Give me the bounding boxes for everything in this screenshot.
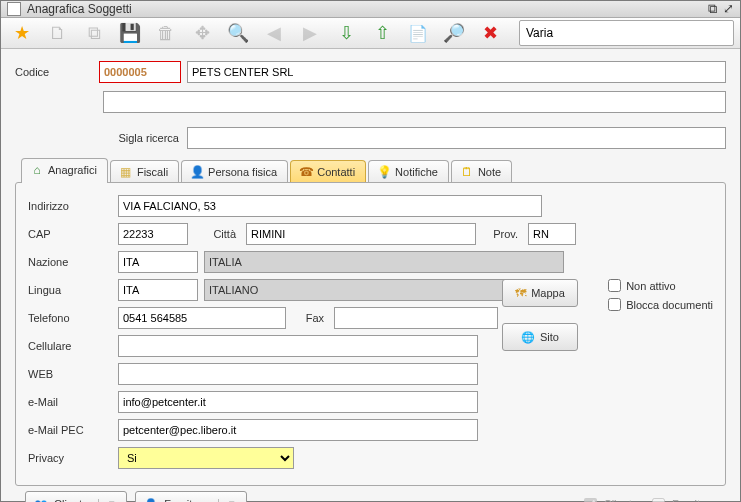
new-button: 🗋: [43, 18, 73, 48]
privacy-select[interactable]: Si: [118, 447, 294, 469]
fornitore-flag-label: Fornitore: [672, 498, 716, 502]
toolbar: ★ 🗋 ⧉ 💾 🗑 ✥ 🔍 ◀ ▶ ⇩ ⇧ 📄 🔎 ✖: [1, 18, 740, 49]
codice-value: 0000005: [99, 61, 181, 83]
fornitore-flag: Fornitore: [648, 495, 716, 503]
prov-label: Prov.: [482, 228, 522, 240]
cliente-flag-label: Cliente: [604, 498, 638, 502]
footer: 👥 Cliente ▼ 👤 Fornitore ▼ Cliente Forn: [15, 486, 726, 502]
cliente-btn-label: Cliente: [54, 498, 88, 502]
non-attivo-label: Non attivo: [626, 280, 676, 292]
contacts-icon: ☎: [299, 165, 313, 179]
copy-button: ⧉: [79, 18, 109, 48]
nazione-code-input[interactable]: [118, 251, 198, 273]
fax-input[interactable]: [334, 307, 498, 329]
close-button[interactable]: ✖: [475, 18, 505, 48]
nav-prev-button: ◀: [259, 18, 289, 48]
map-icon: 🗺: [515, 287, 526, 299]
name-secondary-input[interactable]: [103, 91, 726, 113]
tab-notifiche-label: Notifiche: [395, 166, 438, 178]
tab-notifiche[interactable]: 💡 Notifiche: [368, 160, 449, 183]
fax-label: Fax: [292, 312, 328, 324]
cap-label: CAP: [28, 228, 112, 240]
blocca-doc-check[interactable]: Blocca documenti: [608, 298, 713, 311]
lingua-label: Lingua: [28, 284, 112, 296]
tab-note-label: Note: [478, 166, 501, 178]
codice-label: Codice: [15, 66, 99, 78]
favorite-button[interactable]: ★: [7, 18, 37, 48]
bulb-icon: 💡: [377, 165, 391, 179]
fornitore-btn-label: Fornitore: [164, 498, 208, 502]
sito-button[interactable]: 🌐 Sito: [502, 323, 578, 351]
email-input[interactable]: [118, 391, 478, 413]
search-button[interactable]: 🔍: [223, 18, 253, 48]
doc-icon: ▦: [119, 165, 133, 179]
telefono-input[interactable]: [118, 307, 286, 329]
nav-next-button: ▶: [295, 18, 325, 48]
globe-icon: 🌐: [521, 331, 535, 344]
emailpec-input[interactable]: [118, 419, 478, 441]
app-icon: [7, 2, 21, 16]
body-area: Codice 0000005 Sigla ricerca ⌂ Anagrafic…: [1, 49, 740, 502]
tab-persona[interactable]: 👤 Persona fisica: [181, 160, 288, 183]
window-root: Anagrafica Soggetti ⧉ ⤢ ★ 🗋 ⧉ 💾 🗑 ✥ 🔍 ◀ …: [0, 0, 741, 502]
delete-button: 🗑: [151, 18, 181, 48]
nazione-name: ITALIA: [204, 251, 564, 273]
home-icon: ⌂: [30, 163, 44, 177]
blocca-doc-checkbox[interactable]: [608, 298, 621, 311]
tool-button: ✥: [187, 18, 217, 48]
maximize-icon[interactable]: ⤢: [723, 1, 734, 17]
cliente-flag: Cliente: [580, 495, 638, 503]
prov-input[interactable]: [528, 223, 576, 245]
import-button[interactable]: ⇩: [331, 18, 361, 48]
note-icon: 🗒: [460, 165, 474, 179]
cellulare-label: Cellulare: [28, 340, 112, 352]
tab-anagrafici-label: Anagrafici: [48, 164, 97, 176]
tab-fiscali[interactable]: ▦ Fiscali: [110, 160, 179, 183]
cellulare-input[interactable]: [118, 335, 478, 357]
tab-contatti[interactable]: ☎ Contatti: [290, 160, 366, 183]
window-title: Anagrafica Soggetti: [27, 2, 708, 16]
tab-persona-label: Persona fisica: [208, 166, 277, 178]
sigla-label: Sigla ricerca: [97, 132, 187, 144]
fornitore-checkbox: [652, 498, 665, 503]
sito-label: Sito: [540, 331, 559, 343]
tab-fiscali-label: Fiscali: [137, 166, 168, 178]
tab-anagrafici[interactable]: ⌂ Anagrafici: [21, 158, 108, 183]
lingua-code-input[interactable]: [118, 279, 198, 301]
people-icon: 👥: [34, 498, 48, 503]
blocca-doc-label: Blocca documenti: [626, 299, 713, 311]
cliente-checkbox: [584, 498, 597, 503]
document-button[interactable]: 📄: [403, 18, 433, 48]
non-attivo-checkbox[interactable]: [608, 279, 621, 292]
restore-down-icon[interactable]: ⧉: [708, 1, 717, 17]
mappa-label: Mappa: [531, 287, 565, 299]
fornitore-dropdown-button[interactable]: 👤 Fornitore ▼: [135, 491, 247, 502]
non-attivo-check[interactable]: Non attivo: [608, 279, 713, 292]
citta-label: Città: [194, 228, 240, 240]
citta-input[interactable]: [246, 223, 476, 245]
indirizzo-label: Indirizzo: [28, 200, 112, 212]
nazione-label: Nazione: [28, 256, 112, 268]
indirizzo-input[interactable]: [118, 195, 542, 217]
cliente-dropdown-button[interactable]: 👥 Cliente ▼: [25, 491, 127, 502]
cap-input[interactable]: [118, 223, 188, 245]
save-button[interactable]: 💾: [115, 18, 145, 48]
titlebar: Anagrafica Soggetti ⧉ ⤢: [1, 1, 740, 18]
sigla-input[interactable]: [187, 127, 726, 149]
name-input[interactable]: [187, 61, 726, 83]
export-button[interactable]: ⇧: [367, 18, 397, 48]
window-controls: ⧉ ⤢: [708, 1, 734, 17]
privacy-label: Privacy: [28, 452, 112, 464]
toolbar-search-input[interactable]: [519, 20, 734, 46]
contatti-panel: Indirizzo CAP Città Prov. Nazione ITALIA…: [15, 182, 726, 486]
mappa-button[interactable]: 🗺 Mappa: [502, 279, 578, 307]
tab-note[interactable]: 🗒 Note: [451, 160, 512, 183]
telefono-label: Telefono: [28, 312, 112, 324]
tab-contatti-label: Contatti: [317, 166, 355, 178]
web-input[interactable]: [118, 363, 478, 385]
email-label: e-Mail: [28, 396, 112, 408]
web-label: WEB: [28, 368, 112, 380]
preview-button[interactable]: 🔎: [439, 18, 469, 48]
emailpec-label: e-Mail PEC: [28, 424, 112, 436]
person-icon: 👤: [190, 165, 204, 179]
